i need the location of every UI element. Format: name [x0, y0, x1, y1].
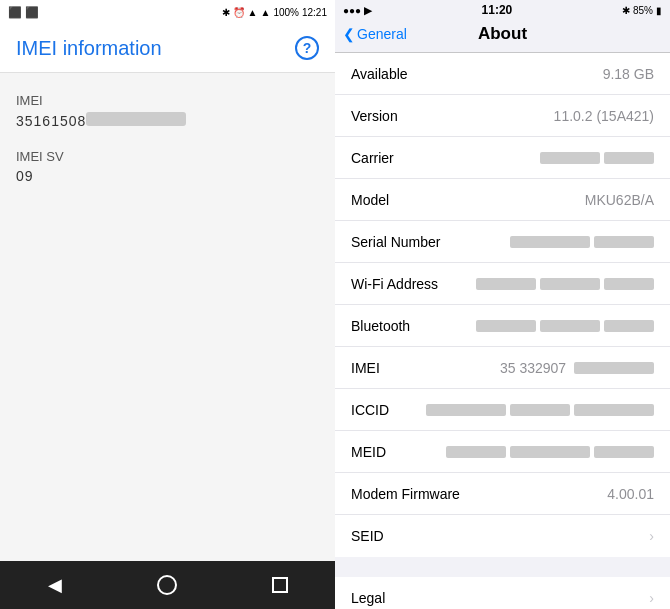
- battery-icon: ▮: [656, 5, 662, 16]
- ios-about-list: Available 9.18 GB Version 11.0.2 (15A421…: [335, 53, 670, 609]
- row-value-carrier: [540, 152, 654, 164]
- android-status-left: ⬛ ⬛: [8, 6, 39, 19]
- blurred-value: [604, 152, 654, 164]
- battery-text: 100%: [273, 7, 299, 18]
- ios-main-section: Available 9.18 GB Version 11.0.2 (15A421…: [335, 53, 670, 557]
- row-value-bluetooth: [476, 320, 654, 332]
- row-label-modem: Modem Firmware: [351, 486, 460, 502]
- back-label: General: [357, 26, 407, 42]
- section-gap: [335, 557, 670, 577]
- row-label-meid: MEID: [351, 444, 386, 460]
- android-status-bar: ⬛ ⬛ ✱ ⏰ ▲ ▲ 100% 12:21: [0, 0, 335, 24]
- blurred-value: [574, 362, 654, 374]
- blurred-value: [540, 320, 600, 332]
- ios-nav-bar: ❮ General About: [335, 20, 670, 53]
- row-label-available: Available: [351, 66, 408, 82]
- chevron-right-icon: ›: [649, 590, 654, 606]
- android-app-icon2: ⬛: [25, 6, 39, 19]
- chevron-back-icon: ❮: [343, 26, 355, 42]
- home-button[interactable]: [157, 575, 177, 595]
- blurred-value: [510, 236, 590, 248]
- chevron-right-icon: ›: [649, 528, 654, 544]
- imei-sv-value: 09: [16, 168, 319, 184]
- blurred-value: [510, 404, 570, 416]
- row-value-serial: [510, 236, 654, 248]
- row-value-available: 9.18 GB: [603, 66, 654, 82]
- blurred-value: [540, 278, 600, 290]
- row-value-seid: ›: [645, 528, 654, 544]
- row-value-legal: ›: [645, 590, 654, 606]
- help-button[interactable]: ?: [295, 36, 319, 60]
- ios-signal: ●●● ▶: [343, 5, 372, 16]
- row-label-wifi: Wi-Fi Address: [351, 276, 438, 292]
- bluetooth-icon: ✱: [222, 7, 230, 18]
- alarm-icon: ⏰: [233, 7, 245, 18]
- ios-battery-area: ✱ 85% ▮: [622, 5, 662, 16]
- list-item[interactable]: Legal ›: [335, 577, 670, 609]
- imei-label: IMEI: [16, 93, 319, 108]
- row-label-bluetooth: Bluetooth: [351, 318, 410, 334]
- bluetooth-status-icon: ✱: [622, 5, 630, 16]
- row-value-model: MKU62B/A: [585, 192, 654, 208]
- list-item: Carrier: [335, 137, 670, 179]
- wifi-icon: ▲: [260, 7, 270, 18]
- row-label-model: Model: [351, 192, 389, 208]
- ios-panel: ●●● ▶ 11:20 ✱ 85% ▮ ❮ General About Avai…: [335, 0, 670, 609]
- row-label-carrier: Carrier: [351, 150, 394, 166]
- list-item: Version 11.0.2 (15A421): [335, 95, 670, 137]
- ios-battery-text: 85%: [633, 5, 653, 16]
- recents-button[interactable]: [272, 577, 288, 593]
- blurred-value: [594, 236, 654, 248]
- android-app-icon: ⬛: [8, 6, 22, 19]
- blurred-value: [476, 278, 536, 290]
- android-status-right: ✱ ⏰ ▲ ▲ 100% 12:21: [222, 7, 327, 18]
- list-item: Bluetooth: [335, 305, 670, 347]
- blurred-value: [604, 278, 654, 290]
- ios-status-bar: ●●● ▶ 11:20 ✱ 85% ▮: [335, 0, 670, 20]
- imei-sv-label: IMEI SV: [16, 149, 319, 164]
- blurred-value: [540, 152, 600, 164]
- row-value-imei: 35 332907: [500, 360, 654, 376]
- list-item: Serial Number: [335, 221, 670, 263]
- ios-time: 11:20: [482, 3, 513, 17]
- android-page-title: IMEI information: [16, 37, 162, 60]
- row-value-meid: [446, 446, 654, 458]
- blurred-value: [574, 404, 654, 416]
- row-value-version: 11.0.2 (15A421): [554, 108, 654, 124]
- row-label-serial: Serial Number: [351, 234, 440, 250]
- row-label-version: Version: [351, 108, 398, 124]
- back-button[interactable]: ◀: [48, 574, 62, 596]
- android-header: IMEI information ?: [0, 24, 335, 73]
- list-item: IMEI 35 332907: [335, 347, 670, 389]
- blurred-value: [604, 320, 654, 332]
- blurred-value: [446, 446, 506, 458]
- blurred-value: [476, 320, 536, 332]
- android-nav-bar: ◀: [0, 561, 335, 609]
- row-label-seid: SEID: [351, 528, 384, 544]
- android-panel: ⬛ ⬛ ✱ ⏰ ▲ ▲ 100% 12:21 IMEI information …: [0, 0, 335, 609]
- list-item: Wi-Fi Address: [335, 263, 670, 305]
- row-value-wifi: [476, 278, 654, 290]
- row-label-imei: IMEI: [351, 360, 380, 376]
- blurred-value: [510, 446, 590, 458]
- list-item[interactable]: SEID ›: [335, 515, 670, 557]
- list-item: MEID: [335, 431, 670, 473]
- android-time: 12:21: [302, 7, 327, 18]
- android-content: IMEI 35161508 IMEI SV 09: [0, 73, 335, 561]
- imei-value: 35161508: [16, 112, 319, 129]
- row-value-modem: 4.00.01: [607, 486, 654, 502]
- list-item: Available 9.18 GB: [335, 53, 670, 95]
- imei-blurred: [86, 112, 186, 126]
- ios-page-title: About: [478, 24, 527, 44]
- row-label-iccid: ICCID: [351, 402, 389, 418]
- blurred-value: [594, 446, 654, 458]
- signal-icon: ▲: [248, 7, 258, 18]
- row-value-iccid: [426, 404, 654, 416]
- list-item: Modem Firmware 4.00.01: [335, 473, 670, 515]
- list-item: ICCID: [335, 389, 670, 431]
- row-label-legal: Legal: [351, 590, 385, 606]
- blurred-value: [426, 404, 506, 416]
- list-item: Model MKU62B/A: [335, 179, 670, 221]
- ios-footer-section: Legal ›: [335, 577, 670, 609]
- back-button[interactable]: ❮ General: [343, 26, 407, 42]
